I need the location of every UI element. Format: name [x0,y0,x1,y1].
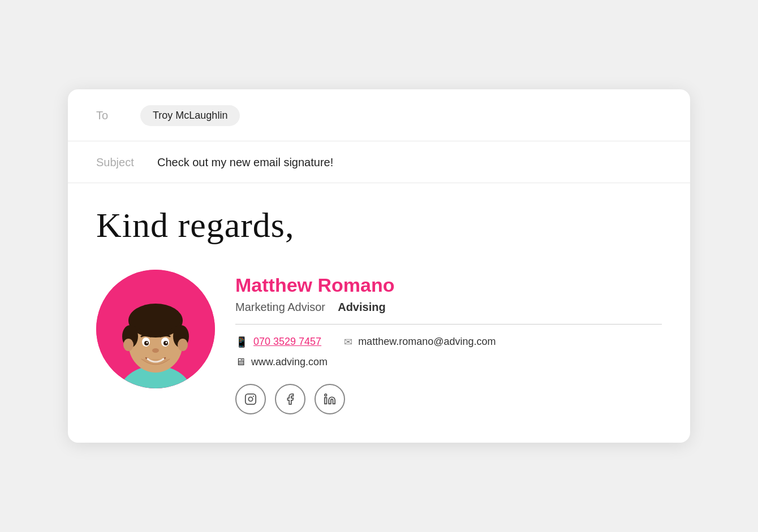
svg-point-9 [178,339,188,351]
phone-link[interactable]: 070 3529 7457 [253,336,321,348]
svg-point-15 [166,341,167,343]
svg-point-18 [248,397,252,401]
phone-icon: 📱 [235,336,248,348]
facebook-icon[interactable] [275,384,305,414]
linkedin-icon[interactable] [315,384,345,414]
svg-rect-17 [246,393,256,404]
signature-info: Matthew Romano Marketing Advisor Advisin… [235,270,662,414]
svg-point-5 [131,307,180,332]
subject-text: Check out my new email signature! [157,156,333,169]
greeting-text: Kind regards, [96,206,662,244]
recipient-tag[interactable]: Troy McLaughlin [140,105,240,126]
to-row: To Troy McLaughlin [68,89,690,141]
signature-divider [235,324,662,325]
instagram-icon[interactable] [235,384,266,414]
phone-item: 📱 070 3529 7457 [235,336,321,348]
website-row: 🖥 www.adving.com [235,356,662,368]
subject-row: Subject Check out my new email signature… [68,141,690,183]
website-icon: 🖥 [235,356,246,368]
email-card: To Troy McLaughlin Subject Check out my … [68,89,690,442]
signature-name: Matthew Romano [235,274,662,296]
contact-row-1: 📱 070 3529 7457 ✉ matthew.romano@adving.… [235,336,662,348]
to-label: To [96,109,130,122]
svg-point-21 [325,393,327,396]
email-body: Kind regards, [68,183,690,442]
signature-block: Matthew Romano Marketing Advisor Advisin… [96,270,662,414]
website-url: www.adving.com [251,356,328,368]
signature-company: Advising [338,301,385,313]
signature-title: Marketing Advisor [235,301,325,313]
subject-label: Subject [96,156,147,169]
signature-title-row: Marketing Advisor Advising [235,301,662,314]
avatar [96,270,215,388]
email-icon: ✉ [344,336,352,348]
email-item: ✉ matthew.romano@adving.com [344,336,496,348]
svg-point-14 [147,341,148,343]
avatar-image [96,270,215,388]
svg-point-8 [123,339,133,351]
social-row [235,384,662,414]
svg-point-19 [253,395,254,396]
svg-rect-20 [325,397,327,404]
svg-point-16 [152,348,159,353]
email-address: matthew.romano@adving.com [358,336,496,348]
